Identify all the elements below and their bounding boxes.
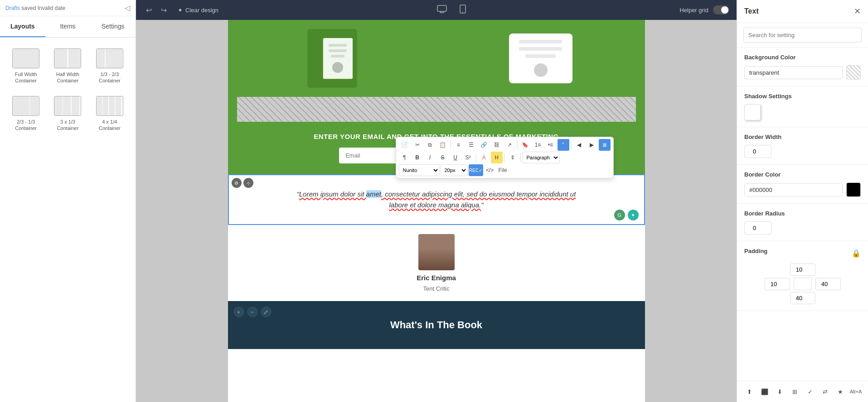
editor-quote-btn[interactable]: "	[558, 139, 569, 151]
mobile-device-button[interactable]	[456, 3, 470, 18]
person-title: Tent Critic	[423, 285, 450, 292]
separator-1	[451, 140, 451, 149]
tab-layouts[interactable]: Layouts	[0, 16, 45, 37]
separator-6	[520, 153, 521, 162]
editor-external-link-btn[interactable]: ↗	[504, 139, 515, 151]
padding-left-input[interactable]	[765, 278, 790, 290]
border-radius-input[interactable]	[744, 221, 771, 234]
layout-icon-three-cols	[54, 96, 81, 116]
dark-section-controls: + − ⤢	[233, 306, 272, 317]
rs-bottom-btn-8[interactable]: Alt+A	[850, 386, 862, 397]
top-toolbar: ↩ ↪ ✦ Clear design Helper grid	[136, 0, 737, 20]
layout-label-four-cols: 4 x 1/4 Container	[95, 119, 125, 132]
clear-design-button[interactable]: ✦ Clear design	[173, 5, 223, 15]
layout-item-three-cols[interactable]: 3 x 1/3 Container	[49, 92, 86, 135]
section-controls: ⚙ ⊹	[232, 178, 253, 188]
border-color-input[interactable]	[744, 183, 843, 196]
editor-para-btn[interactable]: ¶	[399, 152, 411, 163]
editor-strikethrough-btn[interactable]: S	[437, 152, 449, 163]
border-width-input[interactable]	[744, 145, 771, 158]
border-color-swatch[interactable]	[846, 182, 861, 197]
border-color-label: Border Color	[744, 171, 861, 178]
undo-button[interactable]: ↩	[143, 4, 155, 16]
shadow-section: Shadow Settings	[737, 86, 868, 127]
editor-align-center-btn[interactable]: ☰	[466, 139, 477, 151]
editor-underline-btn[interactable]: U	[450, 152, 461, 163]
dark-section: + − ⤢ What's In The Book	[228, 301, 645, 349]
rs-bottom-btn-7[interactable]: ★	[834, 386, 846, 397]
editor-justify-btn[interactable]: ≣	[599, 139, 611, 151]
rs-search-input[interactable]	[743, 28, 862, 43]
editor-align-right-btn[interactable]: ▶	[586, 139, 598, 151]
padding-lock-button[interactable]: 🔒	[852, 249, 861, 258]
editor-code-btn[interactable]: </>	[484, 164, 496, 176]
dark-plus-button[interactable]: +	[233, 306, 244, 317]
editor-align-left-btn[interactable]: ≡	[453, 139, 465, 151]
rs-bottom-btn-2[interactable]: ⬛	[759, 386, 771, 397]
editor-font-color-btn[interactable]: A	[478, 152, 490, 163]
helper-grid-label: Helper grid	[679, 7, 708, 14]
rs-bottom-btn-1[interactable]: ⬆	[743, 386, 755, 397]
editor-spell-check-btn[interactable]: REC✓	[469, 164, 483, 176]
hero-left	[228, 29, 436, 88]
editor-ordered-list-btn[interactable]: 1≡	[532, 139, 544, 151]
editor-bookmark-btn[interactable]: 🔖	[519, 139, 531, 151]
editor-unordered-list-btn[interactable]: •≡	[545, 139, 557, 151]
desktop-device-button[interactable]	[433, 3, 451, 17]
canvas-scroll[interactable]: ENTER YOUR EMAIL AND GET INTO THE ESSENT…	[136, 20, 737, 402]
paragraph-select[interactable]: Paragraph	[523, 152, 560, 163]
editor-new-button[interactable]: 📄	[399, 139, 411, 151]
quote-text: "Lorem ipsum dolor sit amet, consectetur…	[247, 189, 626, 211]
section-move-button[interactable]: ⊹	[243, 178, 253, 188]
font-size-select[interactable]: 20px	[441, 164, 468, 176]
layout-item-two-thirds[interactable]: 2/3 - 1/3 Container	[7, 92, 44, 135]
layout-item-four-cols[interactable]: 4 x 1/4 Container	[91, 92, 128, 135]
svg-point-5	[462, 11, 463, 12]
helper-grid-toggle[interactable]	[713, 5, 729, 14]
rs-bottom-btn-5[interactable]: ✓	[804, 386, 816, 397]
quote-grammar-button[interactable]: G	[614, 210, 625, 220]
border-radius-label: Border Radius	[744, 210, 861, 217]
layout-item-one-third[interactable]: 1/3 - 2/3 Container	[91, 45, 128, 88]
collapse-sidebar-button[interactable]: ◁	[125, 4, 130, 12]
rs-bottom-btn-6[interactable]: ⇄	[820, 386, 831, 397]
font-family-select[interactable]: Nunito	[399, 164, 440, 176]
padding-right-input[interactable]	[815, 278, 841, 290]
tab-settings[interactable]: Settings	[90, 16, 136, 37]
rs-close-button[interactable]: ✕	[854, 6, 861, 16]
shadow-box[interactable]	[744, 104, 761, 120]
tab-items[interactable]: Items	[45, 16, 91, 37]
quote-action-icons: G ✦	[614, 210, 639, 220]
dark-section-title: What's In The Book	[390, 319, 482, 331]
editor-sup-btn[interactable]: S²	[462, 152, 474, 163]
editor-copy-button[interactable]: ⧉	[424, 139, 436, 151]
quote-section: ⚙ ⊹ "Lorem ipsum dolor sit amet, consect…	[228, 174, 645, 225]
layout-item-half-width[interactable]: Half Width Container	[49, 45, 86, 88]
editor-align-left2-btn[interactable]: ◀	[573, 139, 585, 151]
layout-icon-one-third	[96, 48, 123, 68]
padding-bottom-input[interactable]	[790, 292, 815, 304]
layout-icon-half-width	[54, 48, 81, 68]
layout-item-full-width[interactable]: Full Width Container	[7, 45, 44, 88]
editor-paste-button[interactable]: 📋	[437, 139, 449, 151]
editor-cut-button[interactable]: ✂	[412, 139, 423, 151]
editor-line-height-btn[interactable]: ⇕	[507, 152, 519, 163]
padding-top-input[interactable]	[790, 263, 815, 276]
rs-bottom-btn-3[interactable]: ⬇	[774, 386, 786, 397]
editor-link-btn[interactable]: 🔗	[478, 139, 490, 151]
bg-color-swatch[interactable]	[846, 65, 861, 80]
editor-unlink-btn[interactable]: ⛓	[491, 139, 503, 151]
dark-fullscreen-button[interactable]: ⤢	[261, 306, 272, 317]
editor-italic-btn[interactable]: I	[424, 152, 436, 163]
bg-color-input[interactable]	[744, 66, 843, 79]
editor-bold-btn[interactable]: B	[412, 152, 423, 163]
rs-bottom-btn-4[interactable]: ⊞	[789, 386, 801, 397]
dark-minus-button[interactable]: −	[247, 306, 258, 317]
separator-3	[571, 140, 572, 149]
editor-highlight-btn[interactable]: H	[491, 152, 503, 163]
quote-ai-button[interactable]: ✦	[628, 210, 639, 220]
redo-button[interactable]: ↪	[158, 4, 170, 16]
section-settings-button[interactable]: ⚙	[232, 178, 242, 188]
quote-rest: , consectetur adipiscing elit, sed do ei…	[381, 190, 576, 209]
person-section: Eric Enigma Tent Critic	[228, 225, 645, 301]
